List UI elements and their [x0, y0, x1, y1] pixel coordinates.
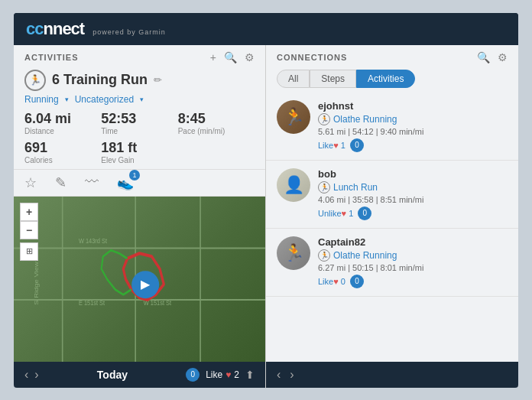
svg-text:W 143rd St: W 143rd St [79, 236, 108, 244]
activity-title-row: 🏃 6 Training Run ✏ [14, 67, 265, 93]
star-icon[interactable]: ☆ [24, 174, 37, 191]
app-container: ccnnect powered by Garmin ACTIVITIES + 🔍… [14, 13, 518, 388]
connections-header: CONNECTIONS 🔍 ⚙ [266, 45, 518, 67]
connection-item: 👤 bob 🏃 Lunch Run 4.06 mi | 35:58 | 8:51… [266, 161, 518, 229]
connections-settings-icon[interactable]: ⚙ [498, 51, 508, 63]
search-icon[interactable]: 🔍 [224, 51, 237, 63]
zoom-out-button[interactable]: − [20, 221, 38, 239]
edit-icon[interactable]: ✏ [154, 74, 162, 86]
comment-badge[interactable]: 0 [350, 275, 364, 288]
svg-text:E 151st St: E 151st St [79, 298, 105, 306]
connection-info: ejohnst 🏃 Olathe Running 5.61 mi | 54:12… [318, 100, 508, 152]
comment-badge[interactable]: 0 [350, 138, 364, 152]
today-label: Today [45, 369, 180, 381]
top-bar: ccnnect powered by Garmin [14, 13, 518, 45]
left-bottom-nav: ‹ › Today 0 Like ♥ 2 ⬆ [14, 362, 265, 388]
connections-tabs: All Steps Activities [266, 67, 518, 93]
stats-grid: 6.04 mi Distance 52:53 Time 8:45 Pace (m… [14, 106, 265, 140]
like-count: 2 [234, 369, 239, 380]
add-icon[interactable]: + [210, 51, 216, 63]
right-bottom-nav: ‹ › [266, 362, 518, 388]
stats-grid2: 691 Calories 181 ft Elev Gain [14, 140, 265, 169]
stat-distance: 6.04 mi Distance [24, 111, 101, 135]
chart-icon[interactable]: 〰 [85, 174, 99, 190]
connections-header-icons: 🔍 ⚙ [477, 51, 508, 63]
connections-list: 🏃 ejohnst 🏃 Olathe Running 5.61 mi | 54:… [266, 93, 518, 362]
tab-all[interactable]: All [277, 70, 310, 88]
activities-header: ACTIVITIES + 🔍 ⚙ [14, 45, 265, 67]
activity-type-icon: 🏃 [24, 70, 46, 91]
edit-action-icon[interactable]: ✎ [55, 174, 66, 191]
like-section: Like ♥ 2 [206, 369, 239, 380]
connection-actions: Unlike♥ 1 0 [318, 207, 508, 220]
heart-icon: ♥ [225, 369, 231, 380]
next-activity-button[interactable]: › [34, 368, 38, 382]
tab-steps[interactable]: Steps [310, 70, 356, 88]
like-button[interactable]: Like♥ 1 [318, 141, 345, 150]
connection-stats: 6.27 mi | 50:15 | 8:01 min/mi [318, 263, 508, 272]
connections-prev-button[interactable]: ‹ [277, 368, 281, 382]
right-panel: CONNECTIONS 🔍 ⚙ All Steps Activities 🏃 [266, 45, 518, 388]
shoes-badge: 1 [129, 170, 140, 180]
connection-name: bob [318, 168, 508, 180]
connection-info: bob 🏃 Lunch Run 4.06 mi | 35:58 | 8:51 m… [318, 168, 508, 220]
comment-badge[interactable]: 0 [358, 207, 371, 220]
connections-search-icon[interactable]: 🔍 [477, 51, 490, 63]
activity-link[interactable]: Olathe Running [333, 250, 397, 261]
map-controls: + − ⊞ [20, 203, 38, 261]
connection-activity: 🏃 Olathe Running [318, 249, 508, 262]
connection-activity: 🏃 Lunch Run [318, 181, 508, 193]
prev-activity-button[interactable]: ‹ [24, 368, 28, 382]
activity-name: 6 Training Run [52, 72, 148, 88]
app-logo: ccnnect powered by Garmin [26, 19, 166, 39]
connection-actions: Like♥ 0 0 [318, 275, 508, 288]
tab-activities[interactable]: Activities [356, 70, 415, 88]
category-tag[interactable]: Uncategorized [75, 94, 134, 105]
connection-name: Captain82 [318, 236, 508, 248]
activity-link[interactable]: Lunch Run [333, 182, 378, 193]
play-button[interactable]: ▶ [131, 271, 159, 298]
stat-elev: 181 ft Elev Gain [101, 140, 177, 164]
stat-time: 52:53 Time [101, 111, 177, 135]
left-comment-badge[interactable]: 0 [186, 368, 200, 382]
share-icon[interactable]: ⬆ [245, 369, 255, 381]
activity-type-small-icon: 🏃 [318, 249, 330, 262]
action-bar: ☆ ✎ 〰 👟 1 [14, 169, 265, 197]
activities-header-icons: + 🔍 ⚙ [210, 51, 255, 63]
avatar: 🏃 [277, 100, 310, 134]
stat-pace: 8:45 Pace (min/mi) [178, 111, 255, 135]
connection-item: 🏃 Captain82 🏃 Olathe Running 6.27 mi | 5… [266, 229, 518, 297]
activity-type-small-icon: 🏃 [318, 181, 330, 193]
like-button[interactable]: Like♥ 0 [318, 277, 345, 286]
connection-actions: Like♥ 1 0 [318, 138, 508, 152]
connection-stats: 4.06 mi | 35:58 | 8:51 min/mi [318, 195, 508, 204]
activity-link[interactable]: Olathe Running [333, 114, 397, 125]
activity-type-small-icon: 🏃 [318, 113, 330, 125]
activity-tags: Running ▾ Uncategorized ▾ [14, 93, 265, 106]
powered-by-label: powered by Garmin [92, 28, 166, 36]
zoom-in-button[interactable]: + [20, 203, 38, 221]
left-panel: ACTIVITIES + 🔍 ⚙ 🏃 6 Training Run ✏ Runn… [14, 45, 266, 388]
unlike-button[interactable]: Unlike♥ 1 [318, 209, 353, 218]
map-area: S Ridge View Rd W 143rd St E 151st St W … [14, 197, 265, 362]
connection-activity: 🏃 Olathe Running [318, 113, 508, 125]
layers-button[interactable]: ⊞ [20, 242, 38, 261]
running-tag[interactable]: Running [24, 94, 59, 105]
connection-item: 🏃 ejohnst 🏃 Olathe Running 5.61 mi | 54:… [266, 93, 518, 161]
stat-calories: 691 Calories [24, 140, 101, 164]
avatar: 👤 [277, 168, 310, 202]
connection-info: Captain82 🏃 Olathe Running 6.27 mi | 50:… [318, 236, 508, 288]
map-background: S Ridge View Rd W 143rd St E 151st St W … [14, 197, 265, 362]
connections-next-button[interactable]: › [290, 368, 294, 382]
settings-icon[interactable]: ⚙ [245, 51, 255, 63]
activities-title: ACTIVITIES [24, 53, 79, 62]
connections-title: CONNECTIONS [277, 53, 347, 62]
shoes-icon[interactable]: 👟 1 [117, 174, 134, 191]
connection-stats: 5.61 mi | 54:12 | 9:40 min/mi [318, 127, 508, 136]
connection-name: ejohnst [318, 100, 508, 112]
avatar: 🏃 [277, 236, 310, 270]
main-content: ACTIVITIES + 🔍 ⚙ 🏃 6 Training Run ✏ Runn… [14, 45, 518, 388]
